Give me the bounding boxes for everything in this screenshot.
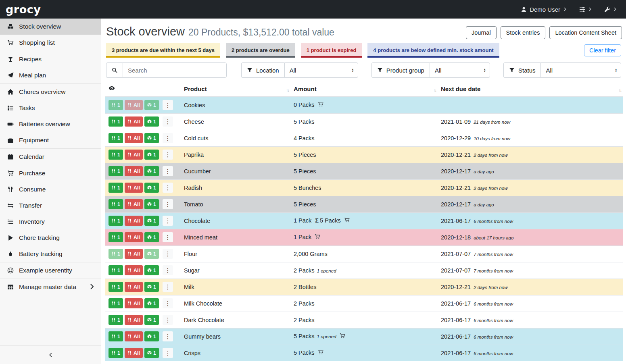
open-one-button[interactable]: 1 [144,216,159,226]
sidebar-item-calendar[interactable]: Calendar [0,149,101,165]
row-menu-button[interactable]: ⋮ [163,199,173,209]
open-one-button[interactable]: 1 [144,298,159,308]
product-group-filter-select[interactable]: All▲▼ [430,62,490,78]
sidebar-item-battery-tracking[interactable]: Battery tracking [0,246,101,262]
open-one-button[interactable]: 1 [144,315,159,325]
sidebar-item-batteries-overview[interactable]: Batteries overview [0,116,101,132]
consume-all-button[interactable]: All [125,166,143,176]
consume-one-button[interactable]: 1 [109,315,123,325]
open-one-button[interactable]: 1 [144,199,159,209]
product-name[interactable]: Cold cuts [184,135,208,141]
consume-all-button[interactable]: All [125,265,143,275]
consume-one-button[interactable]: 1 [109,331,123,341]
sidebar-collapse-button[interactable] [0,345,101,364]
open-one-button[interactable]: 1 [144,331,159,341]
consume-all-button[interactable]: All [125,315,143,325]
sidebar-item-purchase[interactable]: Purchase [0,165,101,181]
product-name[interactable]: Minced meat [184,234,217,241]
consume-one-button[interactable]: 1 [109,100,123,110]
journal-button[interactable]: Journal [466,26,497,39]
row-menu-button[interactable]: ⋮ [163,249,173,259]
consume-one-button[interactable]: 1 [109,133,123,143]
sidebar-item-meal-plan[interactable]: Meal plan [0,67,101,83]
row-menu-button[interactable]: ⋮ [163,100,173,110]
product-name[interactable]: Cookies [184,102,205,108]
sidebar-item-manage-master-data[interactable]: Manage master data [0,279,101,295]
row-menu-button[interactable]: ⋮ [163,315,173,325]
open-one-button[interactable]: 1 [144,150,159,160]
product-name[interactable]: Crisps [184,350,200,356]
consume-all-button[interactable]: All [125,298,143,308]
product-name[interactable]: Radish [184,185,202,191]
row-menu-button[interactable]: ⋮ [163,216,173,226]
row-menu-button[interactable]: ⋮ [163,348,173,358]
sidebar-item-transfer[interactable]: Transfer [0,198,101,214]
sidebar-item-tasks[interactable]: Tasks [0,100,101,116]
consume-one-button[interactable]: 1 [109,298,123,308]
sidebar-item-equipment[interactable]: Equipment [0,132,101,148]
column-amount[interactable]: Amount [294,85,317,92]
user-menu[interactable]: Demo User [521,6,567,13]
sidebar-item-chores-overview[interactable]: Chores overview [0,84,101,100]
open-one-button[interactable]: 1 [144,232,159,242]
consume-all-button[interactable]: All [125,282,143,292]
open-one-button[interactable]: 1 [144,116,159,127]
consume-all-button[interactable]: All [125,331,143,341]
consume-one-button[interactable]: 1 [109,216,123,226]
consume-one-button[interactable]: 1 [109,265,123,275]
product-name[interactable]: Cucumber [184,168,211,175]
search-input[interactable] [123,62,227,78]
row-menu-button[interactable]: ⋮ [163,133,173,143]
sidebar-item-inventory[interactable]: Inventory [0,214,101,230]
settings-menu[interactable] [579,6,592,12]
product-name[interactable]: Chocolate [184,218,210,224]
row-menu-button[interactable]: ⋮ [163,282,173,292]
open-one-button[interactable]: 1 [144,249,159,259]
consume-one-button[interactable]: 1 [109,199,123,209]
consume-one-button[interactable]: 1 [109,348,123,358]
open-one-button[interactable]: 1 [144,100,159,110]
status-filter-select[interactable]: All▲▼ [540,62,621,78]
row-menu-button[interactable]: ⋮ [163,232,173,242]
app-logo[interactable]: grocy [6,3,41,16]
eye-icon[interactable] [109,85,115,92]
open-one-button[interactable]: 1 [144,183,159,193]
open-one-button[interactable]: 1 [144,348,159,358]
sort-icon[interactable]: ↑↓ [286,88,289,93]
consume-all-button[interactable]: All [125,348,143,358]
column-product[interactable]: Product [184,85,207,92]
location-content-sheet-button[interactable]: Location Content Sheet [549,26,622,39]
consume-all-button[interactable]: All [125,249,143,259]
consume-all-button[interactable]: All [125,100,143,110]
consume-all-button[interactable]: All [125,232,143,242]
product-name[interactable]: Milk Chocolate [184,300,222,307]
row-menu-button[interactable]: ⋮ [163,166,173,176]
banner-danger[interactable]: 1 product is expired [301,43,362,58]
sidebar-item-consume[interactable]: Consume [0,181,101,198]
sort-icon[interactable]: ↑↓ [433,88,436,93]
sidebar-item-stock-overview[interactable]: Stock overview [0,19,101,35]
column-next-due-date[interactable]: Next due date [441,85,480,92]
consume-all-button[interactable]: All [125,116,143,127]
consume-one-button[interactable]: 1 [109,282,123,292]
consume-all-button[interactable]: All [125,150,143,160]
product-name[interactable]: Cheese [184,119,204,125]
product-name[interactable]: Tomato [184,201,203,208]
consume-one-button[interactable]: 1 [109,183,123,193]
row-menu-button[interactable]: ⋮ [163,265,173,275]
row-menu-button[interactable]: ⋮ [163,150,173,160]
consume-all-button[interactable]: All [125,133,143,143]
consume-one-button[interactable]: 1 [109,249,123,259]
open-one-button[interactable]: 1 [144,265,159,275]
open-one-button[interactable]: 1 [144,282,159,292]
product-name[interactable]: Dark Chocolate [184,317,224,323]
product-name[interactable]: Gummy bears [184,333,221,340]
row-menu-button[interactable]: ⋮ [163,298,173,308]
product-name[interactable]: Sugar [184,267,200,274]
clear-filter-button[interactable]: Clear filter [584,44,621,56]
open-one-button[interactable]: 1 [144,166,159,176]
location-filter-select[interactable]: All▲▼ [284,62,358,78]
sidebar-item-shopping-list[interactable]: Shopping list [0,35,101,51]
banner-secondary[interactable]: 2 products are overdue [226,43,295,58]
product-name[interactable]: Flour [184,251,197,257]
